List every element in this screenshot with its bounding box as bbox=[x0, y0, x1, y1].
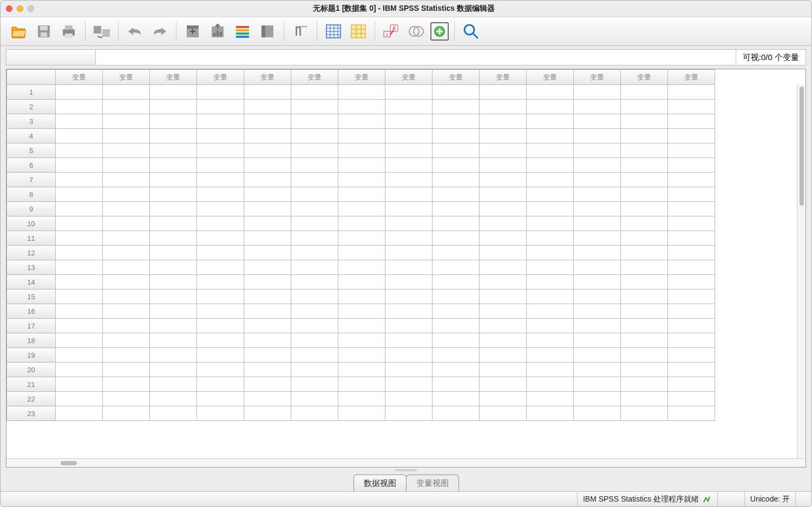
data-cell[interactable] bbox=[433, 143, 480, 158]
data-cell[interactable] bbox=[338, 275, 385, 289]
data-cell[interactable] bbox=[103, 392, 150, 406]
column-header[interactable]: 变量 bbox=[480, 70, 527, 85]
column-header[interactable]: 变量 bbox=[574, 70, 621, 85]
data-cell[interactable] bbox=[668, 319, 715, 333]
data-cell[interactable] bbox=[103, 143, 150, 158]
data-cell[interactable] bbox=[103, 363, 150, 377]
data-cell[interactable] bbox=[197, 173, 244, 187]
data-cell[interactable] bbox=[433, 158, 480, 173]
data-cell[interactable] bbox=[103, 216, 150, 231]
data-cell[interactable] bbox=[480, 158, 527, 173]
data-cell[interactable] bbox=[244, 246, 291, 260]
find-icon[interactable] bbox=[290, 21, 311, 42]
data-cell[interactable] bbox=[56, 392, 103, 406]
data-cell[interactable] bbox=[668, 143, 715, 158]
data-cell[interactable] bbox=[574, 129, 621, 143]
data-cell[interactable] bbox=[574, 348, 621, 363]
variables-icon[interactable] bbox=[232, 21, 253, 42]
data-cell[interactable] bbox=[621, 246, 668, 260]
row-header[interactable]: 22 bbox=[7, 392, 56, 406]
data-cell[interactable] bbox=[150, 129, 197, 143]
data-cell[interactable] bbox=[150, 202, 197, 216]
data-cell[interactable] bbox=[621, 100, 668, 114]
data-cell[interactable] bbox=[574, 202, 621, 216]
data-cell[interactable] bbox=[433, 363, 480, 377]
search-icon[interactable] bbox=[460, 21, 482, 42]
data-cell[interactable] bbox=[338, 304, 385, 319]
data-cell[interactable] bbox=[338, 333, 385, 348]
data-cell[interactable] bbox=[621, 143, 668, 158]
data-cell[interactable] bbox=[197, 348, 244, 363]
data-cell[interactable] bbox=[527, 173, 574, 187]
data-cell[interactable] bbox=[433, 260, 480, 275]
data-cell[interactable] bbox=[338, 392, 385, 406]
data-cell[interactable] bbox=[385, 143, 433, 158]
data-cell[interactable] bbox=[338, 158, 385, 173]
data-cell[interactable] bbox=[385, 304, 433, 319]
data-cell[interactable] bbox=[197, 100, 244, 114]
data-cell[interactable] bbox=[291, 85, 338, 100]
data-cell[interactable] bbox=[668, 363, 715, 377]
data-cell[interactable] bbox=[385, 173, 433, 187]
data-cell[interactable] bbox=[103, 260, 150, 275]
data-cell[interactable] bbox=[150, 275, 197, 289]
data-cell[interactable] bbox=[197, 275, 244, 289]
row-header[interactable]: 21 bbox=[7, 377, 56, 392]
data-cell[interactable] bbox=[244, 333, 291, 348]
data-cell[interactable] bbox=[433, 348, 480, 363]
data-cell[interactable] bbox=[150, 260, 197, 275]
data-cell[interactable] bbox=[668, 187, 715, 202]
data-cell[interactable] bbox=[527, 114, 574, 129]
data-cell[interactable] bbox=[480, 114, 527, 129]
data-cell[interactable] bbox=[621, 216, 668, 231]
run-analysis-icon[interactable] bbox=[257, 21, 278, 42]
data-cell[interactable] bbox=[527, 348, 574, 363]
data-cell[interactable] bbox=[574, 289, 621, 304]
goto-case-icon[interactable] bbox=[182, 21, 204, 42]
data-cell[interactable] bbox=[385, 231, 433, 246]
data-cell[interactable] bbox=[56, 319, 103, 333]
data-cell[interactable] bbox=[338, 143, 385, 158]
data-cell[interactable] bbox=[150, 289, 197, 304]
data-cell[interactable] bbox=[291, 158, 338, 173]
data-cell[interactable] bbox=[56, 231, 103, 246]
data-cell[interactable] bbox=[385, 289, 433, 304]
column-header[interactable]: 变量 bbox=[668, 70, 715, 85]
data-cell[interactable] bbox=[480, 275, 527, 289]
value-labels-icon[interactable]: A1 bbox=[381, 21, 402, 42]
data-cell[interactable] bbox=[385, 348, 433, 363]
data-cell[interactable] bbox=[621, 363, 668, 377]
data-cell[interactable] bbox=[621, 85, 668, 100]
print-icon[interactable] bbox=[58, 21, 80, 42]
row-header[interactable]: 13 bbox=[7, 260, 56, 275]
data-cell[interactable] bbox=[527, 289, 574, 304]
data-cell[interactable] bbox=[244, 114, 291, 129]
data-cell[interactable] bbox=[103, 246, 150, 260]
data-cell[interactable] bbox=[433, 100, 480, 114]
data-cell[interactable] bbox=[574, 319, 621, 333]
data-cell[interactable] bbox=[385, 333, 433, 348]
data-cell[interactable] bbox=[668, 158, 715, 173]
data-cell[interactable] bbox=[197, 129, 244, 143]
data-cell[interactable] bbox=[527, 406, 574, 421]
data-cell[interactable] bbox=[150, 173, 197, 187]
data-cell[interactable] bbox=[197, 260, 244, 275]
data-cell[interactable] bbox=[480, 231, 527, 246]
data-cell[interactable] bbox=[480, 348, 527, 363]
data-cell[interactable] bbox=[338, 100, 385, 114]
data-cell[interactable] bbox=[385, 202, 433, 216]
data-cell[interactable] bbox=[480, 377, 527, 392]
data-cell[interactable] bbox=[621, 260, 668, 275]
data-cell[interactable] bbox=[433, 202, 480, 216]
column-header[interactable]: 变量 bbox=[103, 70, 150, 85]
data-cell[interactable] bbox=[433, 187, 480, 202]
data-cell[interactable] bbox=[197, 392, 244, 406]
data-cell[interactable] bbox=[197, 158, 244, 173]
data-cell[interactable] bbox=[291, 319, 338, 333]
data-cell[interactable] bbox=[56, 187, 103, 202]
data-cell[interactable] bbox=[621, 377, 668, 392]
data-cell[interactable] bbox=[668, 85, 715, 100]
data-cell[interactable] bbox=[103, 319, 150, 333]
data-cell[interactable] bbox=[103, 85, 150, 100]
data-cell[interactable] bbox=[480, 392, 527, 406]
